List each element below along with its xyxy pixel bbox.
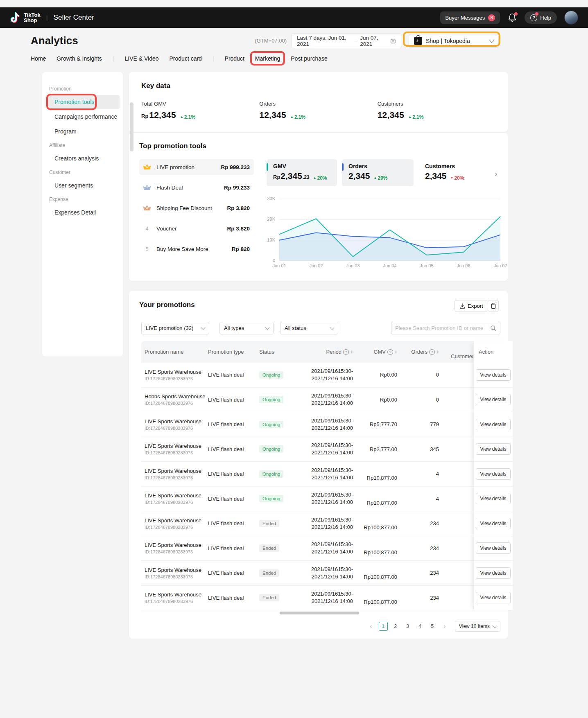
promotion-name: LIVE Sports Warehouse — [145, 443, 201, 449]
sidebar-item-expenses-detail[interactable]: Expenses Detail — [45, 205, 120, 219]
key-metric-customers: Customers12,345▲2.1% — [378, 101, 495, 120]
sidebar-item-program[interactable]: Program — [45, 124, 120, 138]
period-cell: 2021/09/1615:30-2021/12/16 14:00 — [300, 590, 364, 605]
tab-growth-insights[interactable]: Growth & Insights — [57, 55, 102, 62]
promotion-type: LIVE flash deal — [208, 520, 244, 526]
orders-cell: 234 — [409, 520, 448, 526]
promotion-name: LIVE Sports Warehouse — [145, 468, 201, 474]
promotion-name-cell: LIVE Sports WarehouseID:1728467898028397… — [141, 468, 208, 480]
promotion-id: ID:17284678980283976 — [145, 599, 193, 604]
view-details-button[interactable]: View details — [476, 567, 511, 579]
ranking-item-buy-more-save-more[interactable]: 5Buy More Save MoreRp 820 — [139, 241, 254, 257]
page-button-3[interactable]: 3 — [403, 622, 412, 631]
search-icon[interactable] — [490, 325, 496, 331]
export-button[interactable]: Export — [455, 300, 488, 312]
tab-product-card[interactable]: Product card — [170, 55, 202, 62]
chevron-right-icon[interactable]: › — [495, 169, 498, 178]
sort-icon[interactable]: ▲▼ — [395, 350, 397, 354]
sidebar-item-label: Expenses Detail — [54, 209, 96, 216]
type-filter-dropdown[interactable]: All types — [219, 322, 274, 334]
clipboard-button[interactable] — [488, 300, 499, 312]
view-details-button[interactable]: View details — [476, 542, 511, 554]
action-column: ActionView detailsView detailsView detai… — [473, 341, 513, 610]
date-range-picker[interactable]: Last 7 days: Jun 01, 2021 – Jun 07, 2021 — [292, 33, 401, 48]
status-badge: Ended — [259, 594, 279, 601]
tab-marketing[interactable]: Marketing — [255, 55, 280, 62]
page-size-selector[interactable]: View 10 Items — [455, 621, 500, 632]
orders-cell: 779 — [409, 421, 448, 427]
tab-home[interactable]: Home — [31, 55, 46, 62]
key-metric-value: 12,345▲2.1% — [378, 110, 495, 120]
crown-silver-icon: 2 — [142, 183, 152, 192]
sidebar-item-creators-analysis[interactable]: Creators analysis — [45, 151, 120, 165]
promotion-filter-dropdown[interactable]: LIVE promotion (32) — [141, 322, 209, 334]
page-button-1[interactable]: 1 — [379, 622, 388, 631]
tab-product[interactable]: Product — [225, 55, 244, 62]
status-filter-dropdown[interactable]: All status — [280, 322, 338, 334]
tab-live-video[interactable]: LIVE & Video — [125, 55, 159, 62]
status-badge: Ongoing — [259, 470, 283, 478]
table-row: LIVE Sports WarehouseID:1728467898028397… — [141, 412, 500, 437]
trend-down-icon: ▼ — [450, 176, 454, 180]
view-details-button[interactable]: View details — [476, 419, 511, 430]
period-end: 2021/12/16 14:00 — [312, 449, 353, 456]
view-details-button[interactable]: View details — [476, 518, 511, 529]
page-button-2[interactable]: 2 — [391, 622, 400, 631]
key-metric-value: Rp12,345▲2.1% — [141, 110, 259, 120]
view-details-button[interactable]: View details — [476, 493, 511, 504]
page-title: Analytics — [31, 34, 78, 47]
tab-divider: | — [113, 55, 114, 62]
notifications-bell-button[interactable] — [507, 13, 517, 23]
tiktok-shop-logo[interactable]: TikTok Shop — [10, 11, 41, 24]
metric-card-gmv[interactable]: GMVRp2,345.23▲20% — [267, 159, 337, 186]
view-details-button[interactable]: View details — [476, 468, 511, 480]
sidebar-item-campaigns-performance[interactable]: Campaigns performance — [45, 110, 120, 124]
promotion-id: ID:17284678980283976 — [145, 549, 193, 554]
metric-card-customers[interactable]: Customers2,345▼20% — [418, 159, 489, 186]
rank-number: 4 — [142, 226, 152, 232]
gmv-value: Rp100,877.00 — [364, 566, 397, 580]
promotion-id: ID:17284678980283976 — [145, 500, 193, 505]
period-cell: 2021/09/1615:30-2021/12/16 14:00 — [300, 417, 364, 432]
view-details-button[interactable]: View details — [476, 369, 511, 381]
promotion-type-cell: LIVE flash deal — [208, 595, 259, 601]
promotion-search-input[interactable] — [395, 325, 490, 331]
chevron-left-icon[interactable]: ‹ — [366, 622, 375, 631]
shop-selector[interactable]: Shop | Tokopedia — [409, 34, 499, 48]
user-avatar[interactable] — [564, 11, 578, 25]
vertical-scrollbar[interactable] — [130, 102, 133, 151]
ranking-item-shipping-fee-discount[interactable]: 3Shipping Fee DiscountRp 3.820 — [139, 200, 254, 216]
crown-rank-number: 3 — [142, 206, 152, 210]
view-details-button[interactable]: View details — [476, 443, 511, 455]
ranking-item-flash-deal[interactable]: 2Flash DealRp 99.233 — [139, 179, 254, 196]
metric-card-orders[interactable]: Orders2,345▲20% — [342, 159, 414, 186]
sort-icon[interactable]: ▲▼ — [351, 350, 353, 354]
ranking-item-live-promotion[interactable]: 1LIVE promotionRp 999.233 — [139, 159, 254, 175]
buyer-messages-button[interactable]: Buyer Messages 8 — [440, 11, 500, 24]
table-row: LIVE Sports WarehouseID:1728467898028397… — [141, 462, 500, 487]
column-header-promotion-name: Promotion name — [141, 349, 208, 355]
help-button[interactable]: ? Help — [525, 11, 557, 24]
your-promotions-card: Your promotions Export LIVE promotion (3… — [129, 291, 508, 639]
promotion-type-cell: LIVE flash deal — [208, 520, 259, 526]
sidebar-item-user-segments[interactable]: User segments — [45, 178, 120, 192]
status-filter-value: All status — [285, 325, 306, 331]
orders-cell: 234 — [409, 595, 448, 601]
horizontal-scrollbar-thumb[interactable] — [280, 612, 359, 614]
chevron-right-icon[interactable]: › — [440, 622, 449, 631]
view-details-button[interactable]: View details — [476, 592, 511, 603]
page-button-5[interactable]: 5 — [428, 622, 437, 631]
promotion-name: LIVE Sports Warehouse — [145, 542, 201, 548]
status-cell: Ongoing — [259, 421, 300, 428]
tab-post-purchase[interactable]: Post purchase — [291, 55, 328, 62]
sidebar-item-promotion-tools[interactable]: Promotion tools — [45, 95, 120, 109]
sort-icon[interactable]: ▲▼ — [436, 350, 439, 354]
period-end: 2021/12/16 14:00 — [312, 573, 353, 580]
page-button-4[interactable]: 4 — [416, 622, 425, 631]
sidebar-section-expense: ExpenseExpenses Detail — [42, 196, 123, 219]
ranking-item-voucher[interactable]: 4VoucherRp 3.820 — [139, 220, 254, 237]
gmv-value: Rp10,877.00 — [367, 467, 397, 481]
promotion-type-cell: LIVE flash deal — [208, 496, 259, 502]
view-details-button[interactable]: View details — [476, 394, 511, 405]
period-cell: 2021/09/1615:30-2021/12/16 14:00 — [300, 467, 364, 481]
